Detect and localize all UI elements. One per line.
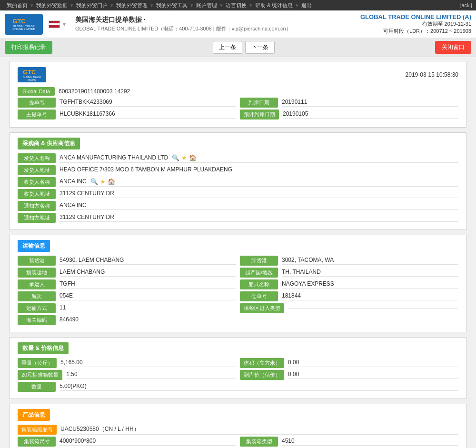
quantity-value: 5.00(PKG)	[60, 383, 458, 391]
logo-gtc-text: GTC	[12, 18, 35, 25]
weight-field: 重量（公斤） 5,165.00	[18, 358, 236, 368]
customs-code-label: 海关编码	[18, 315, 56, 325]
notify-name-value: ANCA INC	[60, 202, 458, 210]
nav-buttons: 上一条 下一条	[211, 41, 276, 54]
flag-separator: ▾	[63, 21, 66, 28]
est-arrival-label: 预计到岸日期	[240, 110, 279, 119]
ldr-info: 可用时段（LDR）：200712 ~ 201903	[360, 28, 471, 35]
product-info-card: 产品信息 集装箱船舶号 UACU5230580（CN / L / HH） 集装箱…	[10, 404, 466, 448]
shipper-addr-label: 发货人地址	[18, 165, 56, 175]
customs-code-field: 海关编码 846490	[18, 315, 458, 325]
flag-area: ▾	[49, 20, 66, 28]
shipper-name-label: 发货人名称	[18, 153, 56, 163]
nav-tools[interactable]: 我的外贸工具	[153, 0, 190, 10]
load-place-label: 预装运地	[18, 268, 56, 278]
print-button[interactable]: 打印报易记录	[5, 41, 52, 54]
nav-manage[interactable]: 我的外贸管理	[113, 0, 150, 10]
master-bill-field: 主提单号 HLCUBKK181167366	[18, 110, 236, 119]
ftz-field: 保税区进入类型	[240, 303, 458, 313]
discharge-port-value: 3002, TACOMA, WA	[282, 257, 458, 265]
volume-label: 体积（立方米）	[240, 358, 284, 368]
place-row: 预装运地 LAEM CHABANG 起产国/地区 TH, THAILAND	[18, 268, 458, 278]
customs-code-value: 846490	[60, 316, 458, 324]
consignee-name-value: ANCA INC 🔍 ★ 🏠	[60, 178, 458, 187]
main-content: GTC GLOBAL TRADEONLINE 2019-03-15 10:58:…	[0, 57, 476, 448]
logo-area: GTC GLOBAL TRADEONLINE LIMITED ▾	[5, 14, 66, 35]
bill-no-field: 提单号 TGFHTBKK4233069	[18, 98, 236, 108]
consignee-icons: 🔍 ★ 🏠	[90, 178, 115, 185]
validity-date: 有效期至 2019-12-31	[360, 20, 471, 28]
ftz-label: 保税区进入类型	[240, 303, 284, 313]
container-type-label: 集装箱类型	[240, 437, 278, 447]
nav-logout[interactable]: 退出	[298, 0, 315, 10]
weight-row: 重量（公斤） 5,165.00 体积（立方米） 0.00	[18, 358, 458, 368]
vessel-value: NAGOYA EXPRESS	[282, 280, 458, 289]
quantity-field: 数量 5.00(PKG)	[18, 382, 458, 392]
vessel-field: 船只名称 NAGOYA EXPRESS	[240, 279, 458, 289]
quantity-price-header: 数量 & 价格信息	[18, 342, 69, 354]
record-logo-text: GTC	[23, 69, 41, 76]
container-size-row: 集装箱尺寸 4000*900*800 集装箱类型 4510	[18, 437, 458, 447]
product-info-header: 产品信息	[18, 409, 50, 421]
volume-field: 体积（立方米） 0.00	[240, 358, 458, 368]
transport-mode-value: 11	[60, 304, 236, 312]
master-bill-row: 主提单号 HLCUBKK181167366 预计到岸日期 20190105	[18, 110, 458, 119]
arrival-date-value: 20190111	[282, 99, 458, 107]
buyer-supplier-card: 采购商 & 供应商信息 发货人名称 ANCA MANUFACTURING THA…	[10, 132, 466, 230]
voyage-field: 航次 054E	[18, 291, 236, 301]
close-button[interactable]: 关闭窗口	[435, 41, 471, 54]
consignee-star-icon[interactable]: ★	[100, 178, 106, 185]
nav-language[interactable]: 语言切换	[223, 0, 249, 10]
bill-row: 提单号 TGFHTBKK4233069 到岸日期 20190111	[18, 98, 458, 108]
arrival-date-field: 到岸日期 20190111	[240, 98, 458, 108]
record-logo: GTC GLOBAL TRADEONLINE	[18, 67, 46, 82]
load-port-value: 54930, LAEM CHABANG	[60, 257, 236, 265]
flag-icon	[49, 20, 60, 28]
bill-no2-field: 仓单号 181844	[240, 291, 458, 301]
consignee-search-icon[interactable]: 🔍	[90, 178, 98, 185]
nav-help[interactable]: 帮助 & 统计信息	[252, 0, 296, 10]
consignee-name-label: 收货人名称	[18, 177, 56, 187]
nav-portal[interactable]: 我的外贸门户	[73, 0, 110, 10]
record-datetime: 2019-03-15 10:58:30	[406, 71, 458, 78]
nav-account[interactable]: 账户管理	[193, 0, 220, 10]
transport-mode-label: 运输方式	[18, 303, 56, 313]
shipper-home-icon[interactable]: 🏠	[189, 154, 197, 161]
container20-label: 20尺标准箱数量	[18, 370, 62, 380]
carrier-label: 承运人	[18, 279, 56, 289]
nav-data[interactable]: 我的外贸数据	[33, 0, 70, 10]
quantity-price-card: 数量 & 价格信息 重量（公斤） 5,165.00 体积（立方米） 0.00 2…	[10, 337, 466, 399]
buyer-supplier-header: 采购商 & 供应商信息	[18, 138, 80, 149]
load-port-label: 装货港	[18, 256, 56, 266]
top-action-bar: 打印报易记录 上一条 下一条 关闭窗口	[0, 38, 476, 57]
container-size-label: 集装箱尺寸	[18, 437, 56, 447]
notify-addr-field: 通知方地址 31129 CENTURY DR	[18, 213, 458, 223]
container20-field: 20尺标准箱数量 1.50	[18, 370, 236, 380]
transport-mode-field: 运输方式 11	[18, 303, 236, 313]
quantity-label: 数量	[18, 382, 56, 392]
prev-button[interactable]: 上一条	[213, 41, 242, 54]
nav-home[interactable]: 我的首页	[4, 0, 30, 10]
voyage-label: 航次	[18, 291, 56, 301]
brand-info: GLOBAL TRADE ONLINE LIMITED (A) 有效期至 201…	[360, 13, 471, 35]
consignee-name-field: 收货人名称 ANCA INC 🔍 ★ 🏠	[18, 177, 458, 187]
bill-no-value: TGFHTBKK4233069	[60, 99, 236, 107]
global-data-value: 60032019011400003 14292	[59, 88, 130, 95]
shipper-search-icon[interactable]: 🔍	[172, 154, 179, 161]
shipper-star-icon[interactable]: ★	[181, 154, 187, 161]
brand-name: GLOBAL TRADE ONLINE LIMITED (A)	[360, 13, 471, 20]
container-type-field: 集装箱类型 4510	[240, 437, 458, 447]
weight-value: 5,165.00	[60, 359, 236, 367]
shipper-icons: 🔍 ★ 🏠	[172, 154, 197, 161]
consignee-home-icon[interactable]: 🏠	[108, 178, 115, 185]
unit-price-value: 0.00	[288, 371, 458, 379]
master-bill-label: 主提单号	[18, 110, 56, 119]
volume-value: 0.00	[288, 359, 458, 367]
unit-price-label: 到库价（估价）	[240, 370, 284, 380]
container-no-value: UACU5230580（CN / L / HH）	[60, 425, 458, 435]
container-no-field: 集装箱船舶号 UACU5230580（CN / L / HH）	[18, 425, 458, 435]
transport-header: 运输信息	[18, 240, 50, 252]
container-size-value: 4000*900*800	[60, 438, 236, 446]
container20-value: 1.50	[66, 371, 236, 379]
next-button[interactable]: 下一条	[245, 41, 275, 54]
